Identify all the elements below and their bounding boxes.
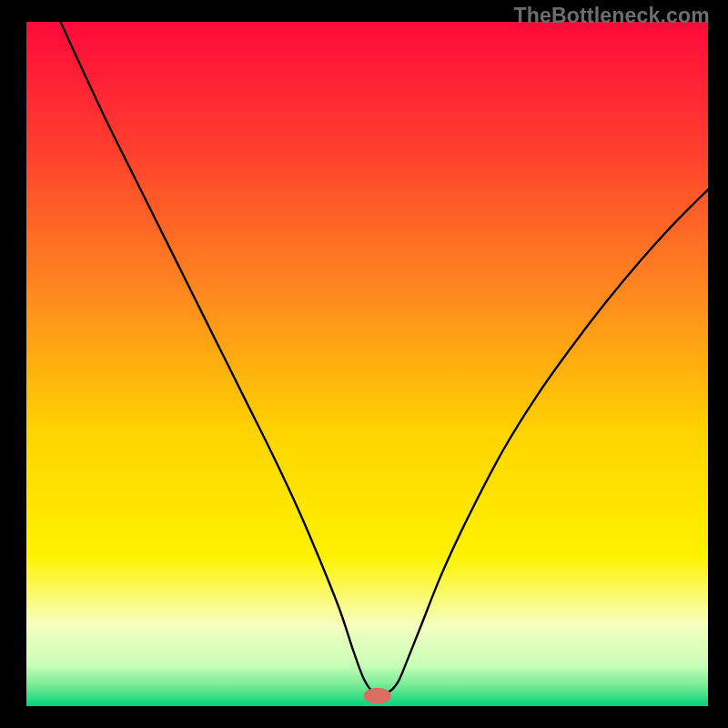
chart-frame: TheBottleneck.com <box>0 0 728 728</box>
optimal-point-marker <box>364 688 391 704</box>
gradient-background <box>26 22 708 706</box>
chart-svg <box>26 22 708 706</box>
watermark-text: TheBottleneck.com <box>513 4 710 28</box>
plot-area <box>26 22 708 706</box>
